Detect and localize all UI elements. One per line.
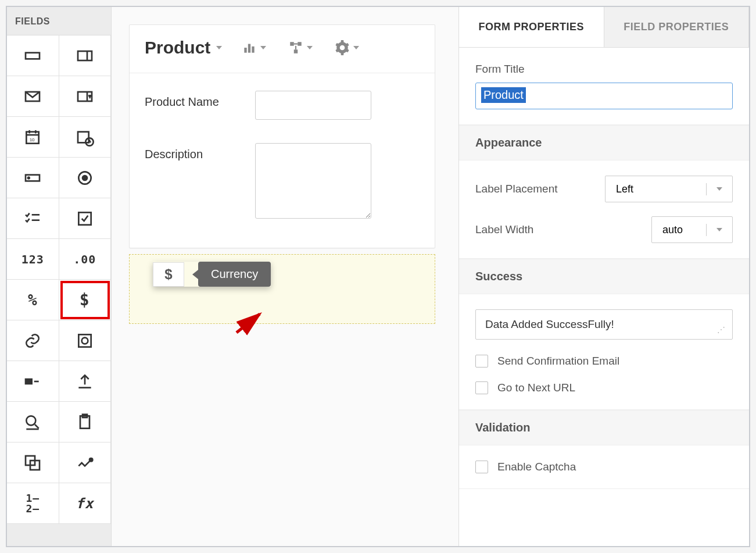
form-name-label: Product	[145, 38, 210, 58]
fields-header: FIELDS	[7, 7, 111, 35]
fields-sidebar: FIELDS 10 123 .00 % $ 1—2— fx	[7, 7, 112, 546]
validation-section: Enable Captcha	[459, 445, 749, 489]
description-textarea[interactable]	[255, 143, 371, 219]
currency-drag-chip[interactable]: $ Currency	[153, 262, 271, 287]
gear-icon	[335, 40, 350, 55]
svg-rect-0	[26, 52, 40, 59]
form-card: Product Product Name	[129, 24, 435, 248]
svg-point-28	[27, 416, 36, 425]
currency-icon[interactable]: $	[59, 280, 112, 320]
workflow-icon	[288, 40, 303, 55]
form-builder-app: FIELDS 10 123 .00 % $ 1—2— fx	[6, 6, 750, 547]
bar-chart-icon	[242, 40, 257, 55]
svg-rect-40	[298, 42, 302, 46]
percent-icon[interactable]: %	[7, 280, 59, 320]
svg-point-23	[81, 337, 88, 344]
canvas-toolbar: Product	[130, 25, 435, 73]
chevron-down-icon	[716, 228, 722, 231]
svg-rect-38	[252, 47, 255, 53]
settings-button[interactable]	[332, 37, 361, 59]
field-row-description[interactable]: Description	[145, 143, 420, 219]
properties-tabs: FORM PROPERTIES FIELD PROPERTIES	[459, 7, 749, 48]
single-line-icon[interactable]	[7, 35, 59, 76]
goto-next-url-label: Go to Next URL	[497, 381, 575, 394]
send-confirmation-checkbox[interactable]	[475, 355, 488, 368]
lookup-icon[interactable]	[7, 158, 59, 198]
svg-point-16	[28, 177, 30, 179]
formula-icon[interactable]: fx	[59, 483, 112, 524]
properties-panel: FORM PROPERTIES FIELD PROPERTIES Form Ti…	[458, 7, 749, 546]
drop-zone[interactable]: $ Currency	[129, 254, 435, 324]
workflow-button[interactable]	[286, 37, 315, 59]
field-row-product-name[interactable]: Product Name	[145, 91, 420, 120]
subform-icon[interactable]	[7, 443, 59, 483]
goto-next-url-checkbox[interactable]	[475, 381, 488, 394]
dollar-icon: $	[153, 262, 184, 287]
decision-icon[interactable]	[7, 361, 59, 402]
svg-point-35	[89, 458, 92, 461]
chevron-down-icon	[260, 46, 266, 49]
form-title-section: Form Title Product	[459, 48, 749, 125]
success-header: Success	[459, 259, 749, 294]
label-width-label: Label Width	[475, 223, 533, 236]
appearance-header: Appearance	[459, 125, 749, 160]
checkbox-icon[interactable]	[59, 198, 112, 239]
tab-field-properties[interactable]: FIELD PROPERTIES	[604, 7, 750, 47]
svg-rect-39	[291, 42, 295, 46]
svg-rect-37	[248, 44, 250, 53]
radio-icon[interactable]	[59, 158, 112, 198]
chevron-down-icon	[353, 46, 359, 49]
success-message-textarea[interactable]: Data Added SuccessFully! ⋰	[475, 309, 733, 340]
date-icon[interactable]: 10	[7, 117, 59, 158]
resize-grip-icon: ⋰	[717, 325, 726, 334]
upload-icon[interactable]	[59, 361, 112, 402]
form-canvas: Product Product Name	[112, 7, 458, 546]
field-label: Description	[145, 143, 243, 161]
url-link-icon[interactable]	[7, 320, 59, 361]
decimal-icon[interactable]: .00	[59, 239, 112, 280]
form-title-label: Form Title	[475, 63, 733, 76]
success-section: Data Added SuccessFully! ⋰ Send Confirma…	[459, 294, 749, 410]
label-placement-select[interactable]: Left	[605, 176, 733, 202]
multiselect-icon[interactable]	[7, 198, 59, 239]
search-icon[interactable]	[7, 402, 59, 443]
chevron-down-icon	[716, 187, 722, 191]
validation-header: Validation	[459, 410, 749, 445]
form-fields-area: Product Name Description	[130, 73, 435, 248]
datetime-icon[interactable]	[59, 117, 112, 158]
product-name-input[interactable]	[255, 91, 371, 120]
image-icon[interactable]	[59, 320, 112, 361]
appearance-section: Label Placement Left Label Width auto	[459, 160, 749, 259]
svg-rect-24	[26, 379, 32, 384]
svg-text:10: 10	[30, 137, 35, 142]
form-name-dropdown[interactable]: Product	[145, 38, 222, 58]
send-confirmation-label: Send Confirmation Email	[497, 355, 619, 368]
field-label: Product Name	[145, 91, 243, 109]
reports-button[interactable]	[239, 37, 268, 59]
svg-rect-22	[78, 334, 91, 347]
label-width-select[interactable]: auto	[651, 216, 733, 243]
svg-rect-36	[245, 48, 247, 53]
enable-captcha-checkbox[interactable]	[475, 461, 488, 473]
clipboard-icon[interactable]	[59, 402, 112, 443]
selected-text-overlay: Product	[481, 87, 526, 103]
multi-line-icon[interactable]	[59, 35, 112, 76]
svg-rect-1	[78, 51, 92, 60]
tab-form-properties[interactable]: FORM PROPERTIES	[459, 7, 604, 47]
email-icon[interactable]	[7, 76, 59, 117]
svg-point-18	[83, 176, 87, 180]
number-icon[interactable]: 123	[7, 239, 59, 280]
label-placement-label: Label Placement	[475, 183, 558, 195]
chevron-down-icon	[216, 46, 222, 49]
svg-rect-41	[294, 49, 298, 53]
dropdown-icon[interactable]	[59, 76, 112, 117]
chevron-down-icon	[307, 46, 313, 49]
enable-captcha-label: Enable Captcha	[497, 461, 576, 473]
fields-palette: 10 123 .00 % $ 1—2— fx	[7, 35, 111, 524]
svg-line-29	[35, 424, 39, 429]
signature-icon[interactable]	[59, 443, 112, 483]
svg-rect-11	[78, 131, 89, 142]
autonumber-icon[interactable]: 1—2—	[7, 483, 59, 524]
drag-tooltip: Currency	[192, 262, 271, 287]
